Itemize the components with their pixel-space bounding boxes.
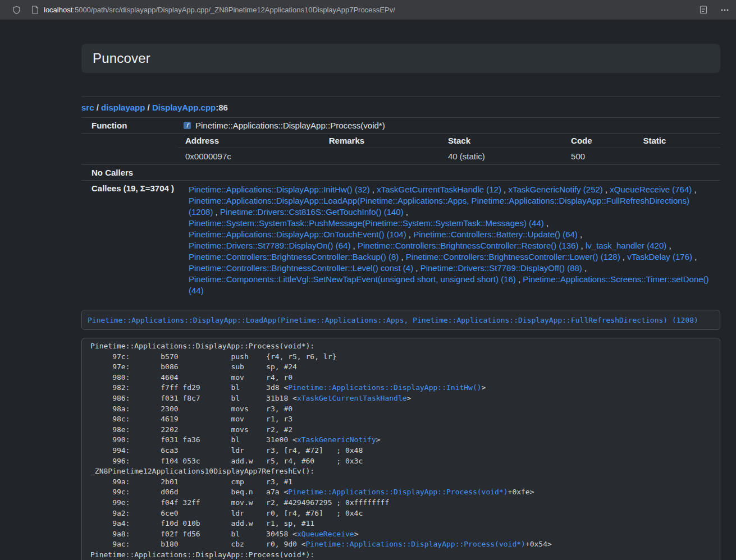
callee-link[interactable]: Pinetime::Controllers::BrightnessControl… xyxy=(189,263,413,273)
callee-link[interactable]: xTaskGenericNotify (252) xyxy=(508,185,602,194)
function-table: Function f Pinetime::Applications::Displ… xyxy=(81,117,720,300)
code-line: 986: f031 f8c7 bl 31b18 <xTaskGetCurrent… xyxy=(90,393,711,404)
reader-mode-icon[interactable] xyxy=(699,5,708,15)
stats-row: Address Remarks Stack Code Static 0x0000… xyxy=(81,134,720,165)
callee-separator: , xyxy=(404,207,408,217)
breadcrumb-link[interactable]: displayapp xyxy=(101,103,145,112)
overflow-menu-icon[interactable] xyxy=(720,6,729,15)
callee-separator: , xyxy=(582,263,587,273)
symbol-link[interactable]: Pinetime::Applications::DisplayApp::Proc… xyxy=(288,488,508,496)
breadcrumb-link[interactable]: DisplayApp.cpp xyxy=(152,103,216,112)
code-line: Pinetime::Applications::DisplayApp::Proc… xyxy=(90,341,711,352)
stat-static xyxy=(636,148,720,165)
col-address: Address xyxy=(179,134,322,148)
code-line: 982: f7ff fd29 bl 3d8 <Pinetime::Applica… xyxy=(90,383,711,393)
browser-toolbar: localhost:5000/path/src/displayapp/Displ… xyxy=(0,0,736,20)
callee-link[interactable]: xQueueReceive (764) xyxy=(610,185,692,194)
code-line: 9a8: f02f fd56 bl 30458 <xQueueReceive> xyxy=(90,529,711,540)
no-callers-row: No Callers xyxy=(81,165,720,181)
highlighted-symbol-link[interactable]: Pinetime::Applications::DisplayApp::Load… xyxy=(88,316,698,324)
code-line: 994: 6ca3 ldr r3, [r4, #72] ; 0x48 xyxy=(90,446,711,456)
col-remarks: Remarks xyxy=(322,134,441,148)
code-line: 98c: 4619 mov r1, r3 xyxy=(90,414,711,425)
callee-link[interactable]: Pinetime::Controllers::BrightnessControl… xyxy=(406,252,620,261)
page-container: Puncover src / displayapp / DisplayApp.c… xyxy=(81,44,720,560)
disassembly-pre: Pinetime::Applications::DisplayApp::Proc… xyxy=(90,341,711,560)
code-line: 996: f104 053c add.w r5, r4, #60 ; 0x3c xyxy=(90,456,711,467)
callee-separator: , xyxy=(666,241,671,250)
callee-separator: , xyxy=(350,241,358,250)
code-line: 97c: b570 push {r4, r5, r6, lr} xyxy=(90,352,711,362)
callee-link[interactable]: Pinetime::Drivers::St7789::DisplayOff() … xyxy=(420,263,582,273)
url-text: localhost:5000/path/src/displayapp/Displ… xyxy=(44,6,395,14)
disassembly-box: Pinetime::Applications::DisplayApp::Proc… xyxy=(81,338,720,560)
callees-label: Callees (19, Σ=3704 ) xyxy=(81,181,179,300)
callee-link[interactable]: xTaskGetCurrentTaskHandle (12) xyxy=(377,185,501,194)
code-line: 99e: f04f 32ff mov.w r2, #4294967295 ; 0… xyxy=(90,498,711,508)
shield-icon[interactable] xyxy=(12,6,21,15)
callee-link[interactable]: Pinetime::Controllers::BrightnessControl… xyxy=(189,252,399,261)
breadcrumb-separator: / xyxy=(145,103,152,112)
stats-row-spacer xyxy=(81,134,179,165)
callee-link[interactable]: vTaskDelay (176) xyxy=(627,252,692,261)
col-static: Static xyxy=(636,134,720,148)
callee-separator: , xyxy=(620,252,628,261)
callee-separator: , xyxy=(603,185,610,194)
callee-link[interactable]: Pinetime::Components::LittleVgl::SetNewT… xyxy=(189,274,516,284)
callee-link[interactable]: Pinetime::Drivers::Cst816S::GetTouchInfo… xyxy=(220,207,404,217)
callee-link[interactable]: Pinetime::System::SystemTask::PushMessag… xyxy=(189,218,544,228)
code-line: 980: 4604 mov r4, r0 xyxy=(90,373,711,383)
stat-code: 500 xyxy=(564,148,636,165)
function-label: Function xyxy=(81,118,179,134)
stats-header-row: Address Remarks Stack Code Static xyxy=(179,134,720,148)
code-line: 98a: 2300 movs r3, #0 xyxy=(90,404,711,415)
callee-link[interactable]: Pinetime::Applications::DisplayApp::OnTo… xyxy=(189,229,406,239)
callees-list: Pinetime::Applications::DisplayApp::Init… xyxy=(179,181,720,300)
stat-address: 0x0000097c xyxy=(179,148,322,165)
code-line: 990: f031 fa36 bl 31e00 <xTaskGenericNot… xyxy=(90,435,711,446)
callee-separator: , xyxy=(501,185,509,194)
function-row: Function f Pinetime::Applications::Displ… xyxy=(81,118,720,134)
code-line: 9a4: f10d 010b add.w r1, sp, #11 xyxy=(90,518,711,529)
callees-row: Callees (19, Σ=3704 ) Pinetime::Applicat… xyxy=(81,181,720,300)
symbol-link[interactable]: xQueueReceive xyxy=(297,530,354,538)
code-line: 9a2: 6ce0 ldr r0, [r4, #76] ; 0x4c xyxy=(90,508,711,519)
code-line: 99a: 2b01 cmp r3, #1 xyxy=(90,477,711,488)
callee-separator: , xyxy=(578,241,586,250)
symbol-link[interactable]: Pinetime::Applications::DisplayApp::Proc… xyxy=(306,540,525,548)
breadcrumb-link[interactable]: src xyxy=(81,103,94,112)
breadcrumb-separator: / xyxy=(94,103,102,112)
callee-link[interactable]: Pinetime::Controllers::BrightnessControl… xyxy=(358,241,578,250)
code-line: _ZN8Pinetime12Applications10DisplayApp7R… xyxy=(90,466,711,477)
callee-link[interactable]: Pinetime::Drivers::St7789::DisplayOn() (… xyxy=(189,241,350,250)
callee-separator: , xyxy=(213,207,220,217)
page-icon xyxy=(31,6,39,14)
callee-separator: , xyxy=(578,229,582,239)
no-callers-label: No Callers xyxy=(81,165,179,181)
stats-table: Address Remarks Stack Code Static 0x0000… xyxy=(179,134,720,164)
url-path: :5000/path/src/displayapp/DisplayApp.cpp… xyxy=(72,6,395,14)
stat-stack: 40 (static) xyxy=(441,148,564,165)
callee-separator: , xyxy=(692,252,697,261)
code-line: 9ac: b180 cbz r0, 9d0 <Pinetime::Applica… xyxy=(90,539,711,550)
callee-separator: , xyxy=(399,252,406,261)
col-code: Code xyxy=(564,134,636,148)
function-icon: f xyxy=(183,121,191,130)
breadcrumb: src / displayapp / DisplayApp.cpp:86 xyxy=(81,103,720,112)
callee-link[interactable]: Pinetime::Controllers::Battery::Update()… xyxy=(413,229,578,239)
highlight-box: Pinetime::Applications::DisplayApp::Load… xyxy=(81,310,720,330)
code-line: 98e: 2202 movs r2, #2 xyxy=(90,425,711,435)
url-bar[interactable]: localhost:5000/path/src/displayapp/Displ… xyxy=(21,6,699,14)
callee-separator: , xyxy=(544,218,548,228)
callee-link[interactable]: lv_task_handler (420) xyxy=(586,241,666,250)
callee-separator: , xyxy=(516,274,523,284)
symbol-link[interactable]: xTaskGetCurrentTaskHandle xyxy=(297,394,407,402)
stats-value-row: 0x0000097c 40 (static) 500 xyxy=(179,148,720,165)
callee-separator: , xyxy=(406,229,414,239)
code-line: Pinetime::Applications::DisplayApp::Proc… xyxy=(90,550,711,560)
callee-link[interactable]: Pinetime::Applications::DisplayApp::Init… xyxy=(189,185,370,194)
symbol-link[interactable]: Pinetime::Applications::DisplayApp::Init… xyxy=(288,383,481,392)
url-host: localhost xyxy=(44,6,72,14)
symbol-link[interactable]: xTaskGenericNotify xyxy=(297,435,376,444)
code-line: 99c: d06d beq.n a7a <Pinetime::Applicati… xyxy=(90,487,711,498)
